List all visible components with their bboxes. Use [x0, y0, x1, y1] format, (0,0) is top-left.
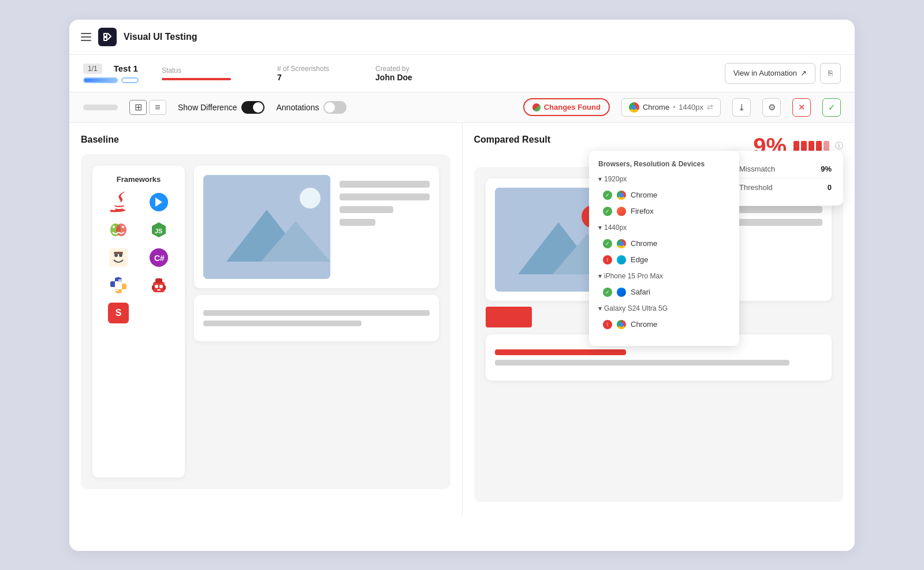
- meta-screenshots: # of Screenshots 7: [277, 65, 329, 82]
- check-icon-chrome-1920: ✓: [603, 191, 612, 200]
- browser-item-chrome-1440[interactable]: ✓ Chrome: [598, 236, 730, 251]
- svg-rect-13: [155, 278, 162, 283]
- chrome-label-galaxy: Chrome: [631, 320, 657, 329]
- mismatch-popover: Missmatch 9% Threshold 0: [728, 151, 843, 206]
- preview-line-3: [340, 206, 393, 213]
- svg-point-3: [113, 226, 115, 228]
- external-link-icon: ↗: [800, 69, 807, 77]
- svg-rect-16: [157, 289, 161, 290]
- reject-button[interactable]: ✕: [792, 98, 811, 117]
- selenium-icon: S: [108, 303, 129, 323]
- list-view-button[interactable]: ≡: [149, 100, 166, 115]
- red-block-annotation: [486, 307, 532, 327]
- bottom-lines: [203, 310, 430, 326]
- preview-lines: [340, 175, 430, 279]
- chevron-down-icon-1440: ▾: [598, 223, 602, 232]
- app-title: Visual UI Testing: [124, 32, 197, 42]
- created-by-label: Created by: [375, 65, 409, 73]
- section-header-1440[interactable]: ▾ 1440px: [598, 223, 730, 232]
- chrome-label-1920: Chrome: [631, 191, 657, 199]
- created-by-value: John Doe: [375, 73, 412, 82]
- svg-point-4: [122, 226, 124, 228]
- compared-bottom-lines: [495, 349, 823, 366]
- grid-view-button[interactable]: ⊞: [129, 100, 147, 115]
- masks-icon: [108, 219, 129, 240]
- section-label-iphone: iPhone 15 Pro Max: [604, 272, 663, 280]
- chrome-icon-1440: [617, 239, 626, 248]
- changes-found-label: Changes Found: [544, 103, 601, 111]
- show-difference-label: Show Difference: [178, 103, 237, 112]
- meta-created-by: Created by John Doe: [375, 65, 412, 82]
- show-difference-toggle[interactable]: [241, 101, 264, 114]
- svg-point-2: [116, 223, 126, 236]
- frameworks-card: Frameworks: [92, 166, 185, 478]
- download-icon: ⤓: [738, 102, 746, 113]
- compared-panel: Compared Result 9% ⓘ Missmatch: [463, 123, 855, 516]
- section-header-galaxy[interactable]: ▾ Galaxy S24 Ultra 5G: [598, 304, 730, 312]
- screenshots-count: 7: [277, 73, 282, 82]
- zoom-slider[interactable]: [83, 105, 118, 110]
- close-icon: ✕: [798, 102, 806, 113]
- nodejs-icon: JS: [148, 219, 169, 240]
- share-icon: ⎘: [828, 69, 833, 77]
- section-label-1440: 1440px: [604, 223, 627, 232]
- indicator-small: [121, 77, 139, 83]
- baseline-content: Frameworks: [81, 154, 450, 489]
- content-area: Baseline Frameworks: [69, 123, 855, 516]
- preview-line-4: [340, 219, 375, 226]
- edge-icon-1440: [617, 255, 626, 264]
- grid-icon: ⊞: [135, 102, 142, 113]
- bottom-line-1: [203, 310, 430, 316]
- settings-button[interactable]: ⚙: [762, 98, 781, 117]
- test-name: Test 1: [114, 64, 138, 73]
- chevron-down-icon-galaxy: ▾: [598, 304, 602, 312]
- view-automation-button[interactable]: View in Automation ↗: [725, 63, 815, 84]
- indicator-pill: [83, 77, 118, 83]
- toolbar: ⊞ ≡ Show Difference Annotations Changes …: [69, 92, 855, 123]
- svg-rect-18: [163, 285, 166, 290]
- compared-bottom-line-normal: [495, 360, 790, 366]
- browser-dropdown: Browsers, Resolution & Devices ▾ 1920px …: [589, 151, 739, 346]
- test-meta: Status # of Screenshots 7 Created by Joh…: [162, 65, 725, 82]
- changes-found-badge[interactable]: Changes Found: [523, 98, 610, 116]
- svg-text:JS: JS: [155, 228, 162, 234]
- csharp-icon: C#: [148, 247, 169, 268]
- baseline-title: Baseline: [81, 135, 450, 145]
- browser-section-galaxy: ▾ Galaxy S24 Ultra 5G ! Chrome: [598, 304, 730, 332]
- browser-item-chrome-galaxy[interactable]: ! Chrome: [598, 317, 730, 332]
- share-button[interactable]: ⎘: [820, 63, 841, 84]
- download-button[interactable]: ⤓: [732, 98, 751, 117]
- meta-status: Status: [162, 66, 231, 80]
- browser-item-chrome-1920[interactable]: ✓ Chrome: [598, 188, 730, 203]
- svg-text:C#: C#: [154, 254, 165, 263]
- check-icon: ✓: [828, 102, 836, 113]
- page-preview: [194, 166, 439, 478]
- view-toggle: ⊞ ≡: [129, 100, 166, 115]
- section-header-iphone[interactable]: ▾ iPhone 15 Pro Max: [598, 272, 730, 280]
- svg-point-14: [155, 285, 158, 288]
- chrome-icon-galaxy: [617, 320, 626, 329]
- pct-bar-4: [816, 141, 822, 151]
- test-actions: View in Automation ↗ ⎘: [725, 63, 841, 84]
- preview-image: [203, 175, 330, 279]
- browser-item-edge-1440[interactable]: ! Edge: [598, 252, 730, 267]
- info-icon[interactable]: ⓘ: [835, 141, 843, 151]
- status-label: Status: [162, 66, 181, 74]
- menu-icon[interactable]: [81, 33, 91, 41]
- test-info-bar: 1/1 Test 1 Status # of Screenshots 7 Cre…: [69, 55, 855, 92]
- section-header-1920[interactable]: ▾ 1920px: [598, 175, 730, 183]
- check-icon-firefox-1920: ✓: [603, 207, 612, 216]
- chevron-down-icon: ▾: [598, 175, 602, 183]
- test-left: 1/1 Test 1: [83, 64, 139, 83]
- compared-bottom-line-red: [495, 349, 626, 355]
- firefox-label-1920: Firefox: [631, 207, 654, 215]
- annotations-toggle-group: Annotations: [276, 101, 346, 114]
- section-label-galaxy: Galaxy S24 Ultra 5G: [604, 304, 668, 312]
- approve-button[interactable]: ✓: [822, 98, 841, 117]
- browser-selector[interactable]: Chrome • 1440px ⇄: [621, 98, 721, 117]
- annotations-toggle[interactable]: [323, 101, 346, 114]
- browser-item-safari-iphone[interactable]: ✓ Safari: [598, 285, 730, 300]
- changes-badge-dot: [532, 103, 541, 111]
- browser-item-firefox-1920[interactable]: ✓ Firefox: [598, 204, 730, 219]
- svg-point-22: [300, 188, 321, 208]
